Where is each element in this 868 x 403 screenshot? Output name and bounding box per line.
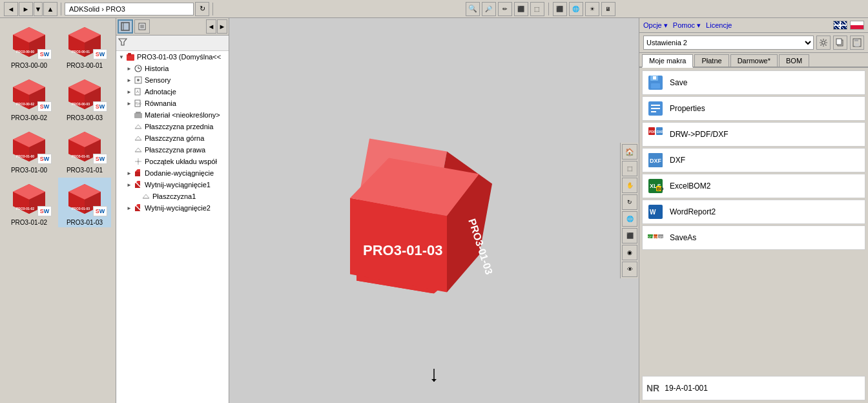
file-item[interactable]: PRO3-01-03 SW PRO3-01-03 [58, 178, 111, 227]
tree-node-plaszczyzna-gorna[interactable]: Płaszczyzna górna [116, 132, 229, 144]
properties-view-button[interactable] [134, 19, 150, 34]
tree-node-plaszczyzna-przednia[interactable]: Płaszczyzna przednia [116, 121, 229, 132]
svg-point-68 [138, 161, 140, 163]
view-orient-button[interactable]: 🌐 [622, 211, 637, 227]
shape-button[interactable]: ⬚ [530, 2, 544, 16]
tree-node-material[interactable]: Materiał <nieokreślony> [116, 109, 229, 121]
svg-marker-46 [119, 39, 127, 45]
svg-text:JPG: JPG [658, 235, 664, 239]
macro-save[interactable]: Save [642, 70, 865, 95]
zoom-button[interactable]: 🔍 [466, 2, 480, 16]
file-name: PRO3-01-03 [67, 219, 103, 226]
macro-saveas[interactable]: STEP RAS JPG SaveAs [642, 225, 865, 250]
tree-node-sensory[interactable]: ► Sensory [116, 74, 229, 86]
file-item[interactable]: PRO3-00-03 SW PRO3-00-03 [58, 73, 111, 123]
macro-dxf[interactable]: DXF DXF [642, 148, 865, 172]
separator [61, 3, 61, 16]
svg-text:W: W [650, 209, 656, 216]
tree-root-node[interactable]: ▼ PRO3-01-03 (Domyślna<< [116, 51, 229, 63]
breadcrumb[interactable]: ADKSolid › PRO3 [65, 3, 194, 16]
tree-node-wytnij2[interactable]: ► Wytnij-wyciągnięcie2 [116, 202, 229, 214]
file-item[interactable]: PRO3-01-01 SW PRO3-01-01 [58, 125, 111, 175]
tab-darmowe[interactable]: Darmowe* [730, 54, 778, 67]
view-button[interactable]: ⬛ [553, 2, 567, 16]
nr-label: NR [646, 383, 659, 393]
pomoc-menu[interactable]: Pomoc ▾ [673, 21, 701, 30]
refresh-button[interactable]: ↻ [195, 2, 209, 16]
settings-copy-button[interactable] [833, 36, 847, 50]
right-panel: Opcje ▾ Pomoc ▾ Licencje [639, 18, 868, 403]
macro-properties[interactable]: Properties [642, 96, 865, 121]
rotate-button[interactable]: ↻ [622, 194, 637, 210]
settings-dropdown[interactable]: Ustawienia 2 [643, 36, 814, 50]
svg-rect-92 [836, 39, 842, 45]
tab-moje-makra[interactable]: Moje makra [642, 54, 693, 68]
macro-drw-pdf[interactable]: PDF DXF DRW->PDF/DXF [642, 122, 865, 147]
tree-view-button[interactable] [118, 19, 133, 34]
node-label: Wytnij-wyciągnięcie1 [145, 181, 211, 189]
tree-node-adnotacje[interactable]: ► A Adnotacje [116, 86, 229, 98]
node-label: Początek układu współ [145, 158, 217, 165]
svg-text:PRO3-00-00: PRO3-00-00 [16, 50, 34, 54]
file-thumbnail: PRO3-00-00 SW [5, 22, 53, 61]
tree-node-plaszczyzna-prawa[interactable]: Płaszczyzna prawa [116, 144, 229, 156]
render-button[interactable]: 🌐 [569, 2, 583, 16]
nav-up-button[interactable]: ▲ [43, 2, 57, 16]
file-item[interactable]: PRO3-01-02 SW PRO3-01-02 [3, 178, 56, 227]
node-label: Historia [145, 65, 169, 72]
tree-node-dodanie[interactable]: ► Dodanie-wyciągnięcie [116, 167, 229, 179]
zoom-fit-button[interactable]: 🔎 [482, 2, 496, 16]
nav-dropdown-button[interactable]: ▼ [34, 2, 43, 16]
file-item[interactable]: PRO3-01-00 SW PRO3-01-00 [3, 125, 56, 175]
nav-back-button[interactable]: ◄ [4, 2, 18, 16]
tree-scroll-left[interactable]: ◄ [206, 19, 216, 34]
separator2 [212, 3, 213, 16]
file-item[interactable]: PRO3-00-01 SW PRO3-00-01 [58, 21, 111, 70]
svg-marker-70 [135, 169, 140, 172]
sep3 [548, 3, 549, 16]
tree-node-wytnij1[interactable]: ► Wytnij-wyciągnięcie1 [116, 179, 229, 191]
tree-node-historia[interactable]: ► Historia [116, 63, 229, 74]
flag-uk[interactable] [833, 21, 847, 30]
viewport-toolbar: 🔍 🔎 ✏ ⬛ ⬚ ⬛ 🌐 ☀ 🖥 [216, 2, 864, 16]
pan-button[interactable]: ✋ [622, 178, 637, 193]
file-item[interactable]: PRO3-00-00 SW PRO3-00-00 [3, 21, 56, 70]
hide-show-button[interactable]: 👁 [622, 262, 637, 277]
flag-pl[interactable] [850, 21, 864, 30]
settings-save-button[interactable] [850, 36, 864, 50]
macro-label: Save [670, 78, 687, 87]
macro-label: DXF [670, 156, 685, 165]
sketch-button[interactable]: ✏ [498, 2, 512, 16]
file-item[interactable]: PRO3-00-02 SW PRO3-00-02 [3, 73, 56, 123]
licencje-menu[interactable]: Licencje [706, 21, 732, 30]
display-button[interactable]: 🖥 [601, 2, 615, 16]
svg-rect-95 [855, 43, 859, 46]
tree-nav-arrows: ◄ ► [206, 19, 227, 34]
tree-scroll-right[interactable]: ► [217, 19, 227, 34]
light-button[interactable]: ☀ [585, 2, 599, 16]
zoom-area-button[interactable]: ⬚ [622, 161, 637, 176]
opcje-menu[interactable]: Opcje ▾ [643, 21, 668, 30]
svg-text:PRO3-00-03: PRO3-00-03 [72, 102, 90, 106]
macro-wordreport[interactable]: W WordReport2 [642, 200, 865, 224]
tab-platne[interactable]: Płatne [694, 54, 728, 67]
home-view-button[interactable]: 🏠 [622, 144, 637, 160]
tree-node-rownania[interactable]: ► f(x) Równania [116, 98, 229, 109]
excel-icon: XLS BOM [646, 177, 665, 195]
file-thumbnail: PRO3-00-01 SW [61, 22, 108, 61]
tree-node-poczatek[interactable]: Początek układu współ [116, 156, 229, 167]
macro-label: WordReport2 [670, 207, 716, 216]
section-view-button[interactable]: ⬛ [622, 228, 637, 243]
svg-text:f(x): f(x) [136, 101, 141, 105]
tree-node-plaszczyzna1[interactable]: Płaszczyzna1 [116, 191, 229, 202]
node-label: Sensory [145, 76, 170, 84]
nav-buttons: ◄ ► ▼ ▲ [4, 2, 57, 16]
macro-excelbom[interactable]: XLS BOM ExcelBOM2 [642, 174, 865, 198]
nr-item[interactable]: NR 19-A-01-001 [642, 376, 865, 400]
viewport[interactable]: 🏠 ⬚ ✋ ↻ 🌐 ⬛ ◉ 👁 [229, 18, 639, 403]
display-mode-button[interactable]: ◉ [622, 245, 637, 260]
settings-gear-button[interactable] [816, 36, 831, 50]
nav-forward-button[interactable]: ► [19, 2, 33, 16]
tab-bom[interactable]: BOM [779, 54, 809, 67]
box-button[interactable]: ⬛ [514, 2, 528, 16]
